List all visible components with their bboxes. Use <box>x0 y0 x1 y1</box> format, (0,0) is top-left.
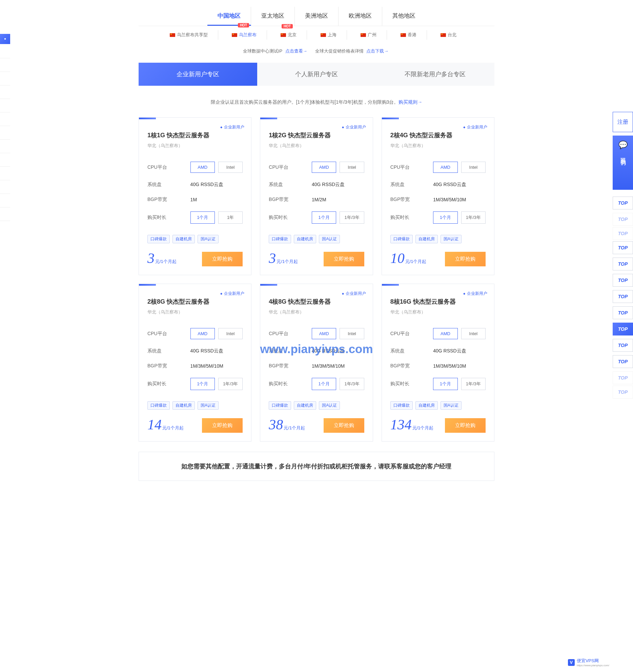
top-button[interactable]: TOP <box>613 241 633 254</box>
region-tab-other[interactable]: 其他地区 <box>382 7 426 26</box>
sidebar-item[interactable] <box>0 113 10 126</box>
sidebar-item[interactable] <box>0 194 10 207</box>
corner-tag: 企业新用户 <box>342 291 366 297</box>
price-download-link[interactable]: 点击下载→ <box>366 48 388 54</box>
cpu-option-intel[interactable]: Intel <box>218 328 243 339</box>
cpu-option-intel[interactable]: Intel <box>340 162 364 173</box>
cpu-option-intel[interactable]: Intel <box>218 162 243 173</box>
test-ip-link[interactable]: 点击查看→ <box>285 48 307 54</box>
purchase-rules-link[interactable]: 购买规则→ <box>399 99 422 105</box>
corner-tag: 企业新用户 <box>220 124 244 130</box>
contact-us-button[interactable]: 💬 联系我们 <box>613 136 633 190</box>
duration-option-2[interactable]: 1年/3年 <box>461 378 486 390</box>
top-button[interactable]: TOP <box>613 386 633 399</box>
price: 3元/1个月起 <box>269 250 298 266</box>
product-card: 企业新用户 1核2G 快杰型云服务器 华北（乌兰察布） CPU平台 AMD In… <box>260 117 373 275</box>
sidebar-item[interactable] <box>0 99 10 113</box>
corner-ribbon <box>260 284 277 286</box>
cpu-option-intel[interactable]: Intel <box>461 328 486 339</box>
zone-tab-enterprise[interactable]: 企业新用户专区 <box>139 63 257 86</box>
location-taipei[interactable]: 台北 <box>437 30 467 40</box>
location-wulanchabu[interactable]: 乌兰察布 <box>228 30 267 40</box>
top-button[interactable]: TOP <box>613 213 633 226</box>
spec-value-disk: 40G RSSD云盘 <box>190 348 243 354</box>
sidebar-item[interactable] <box>0 167 10 180</box>
sidebar-indicator[interactable] <box>0 34 10 44</box>
duration-option-1[interactable]: 1个月 <box>433 378 457 390</box>
duration-option-1[interactable]: 1个月 <box>312 211 336 224</box>
duration-option-1[interactable]: 1个月 <box>190 211 215 224</box>
sidebar-item[interactable] <box>0 207 10 221</box>
buy-button[interactable]: 立即抢购 <box>324 252 364 266</box>
duration-option-1[interactable]: 1个月 <box>433 211 457 224</box>
top-button[interactable]: TOP <box>613 339 633 352</box>
location-shanghai[interactable]: 上海 <box>317 30 347 40</box>
location-beijing[interactable]: 北京 <box>277 30 307 40</box>
product-card: 企业新用户 2核4G 快杰型云服务器 华北（乌兰察布） CPU平台 AMD In… <box>382 117 494 275</box>
sidebar-item[interactable] <box>0 153 10 167</box>
top-button[interactable]: TOP <box>613 227 633 240</box>
top-button[interactable]: TOP <box>613 258 633 270</box>
location-guangzhou[interactable]: 广州 <box>357 30 387 40</box>
cpu-option-amd[interactable]: AMD <box>190 328 215 339</box>
top-button-active[interactable]: TOP <box>613 323 633 335</box>
sidebar-item[interactable] <box>0 45 10 58</box>
cpu-option-amd[interactable]: AMD <box>433 328 457 339</box>
region-tab-apac[interactable]: 亚太地区HOT <box>251 7 295 26</box>
spec-label-bandwidth: BGP带宽 <box>147 197 167 203</box>
spec-label-duration: 购买时长 <box>147 381 166 387</box>
duration-option-1[interactable]: 1个月 <box>190 378 215 390</box>
buy-button[interactable]: 立即抢购 <box>324 418 364 433</box>
hot-badge: HOT <box>282 24 293 28</box>
spec-label-disk: 系统盘 <box>390 348 405 354</box>
zone-tab-personal[interactable]: 个人新用户专区 <box>257 63 376 86</box>
feature-tag: 口碑爆款 <box>269 401 291 410</box>
top-button[interactable]: TOP <box>613 197 633 209</box>
sidebar-item[interactable] <box>0 180 10 194</box>
location-hongkong[interactable]: 香港 <box>397 30 427 40</box>
feature-tag: 自建机房 <box>172 401 195 410</box>
zone-tab-multi[interactable]: 不限新老用户多台专区 <box>376 63 494 86</box>
product-title: 8核16G 快杰型云服务器 <box>390 298 486 306</box>
flag-icon <box>361 33 366 37</box>
duration-option-2[interactable]: 1年/3年 <box>340 211 364 224</box>
region-tab-america[interactable]: 美洲地区 <box>295 7 339 26</box>
spec-label-bandwidth: BGP带宽 <box>390 197 410 203</box>
buy-button[interactable]: 立即抢购 <box>445 418 486 433</box>
sidebar-item[interactable] <box>0 58 10 72</box>
region-tab-china[interactable]: 中国地区HOT <box>207 7 251 26</box>
info-links: 全球数据中心测试IP 点击查看→ 全球大促促销价格表详情 点击下载→ <box>139 48 494 54</box>
top-button[interactable]: TOP <box>613 371 633 384</box>
duration-option-2[interactable]: 1年/3年 <box>340 378 364 390</box>
sidebar-item[interactable] <box>0 72 10 85</box>
top-button[interactable]: TOP <box>613 290 633 303</box>
cpu-option-intel[interactable]: Intel <box>340 328 364 339</box>
cpu-option-amd[interactable]: AMD <box>433 162 457 173</box>
feature-tag: 国A认证 <box>441 235 462 243</box>
product-region: 华北（乌兰察布） <box>269 143 364 149</box>
cpu-option-amd[interactable]: AMD <box>312 328 336 339</box>
cpu-option-amd[interactable]: AMD <box>190 162 215 173</box>
sidebar-item[interactable] <box>0 85 10 99</box>
duration-option-2[interactable]: 1年/3年 <box>461 211 486 224</box>
duration-option-1[interactable]: 1个月 <box>312 378 336 390</box>
top-button[interactable]: TOP <box>613 274 633 287</box>
purchase-notice: 限企业认证且首次购买云服务器的用户。[1个月]体验机型与[1年/3年]机型，分别… <box>139 99 494 105</box>
buy-button[interactable]: 立即抢购 <box>202 418 243 433</box>
register-button[interactable]: 注册 <box>613 112 633 132</box>
buy-button[interactable]: 立即抢购 <box>445 252 486 266</box>
duration-option-2[interactable]: 1年 <box>218 211 243 224</box>
cpu-option-intel[interactable]: Intel <box>461 162 486 173</box>
corner-ribbon <box>260 118 277 119</box>
top-button[interactable]: TOP <box>613 355 633 368</box>
sidebar-item[interactable] <box>0 126 10 140</box>
duration-option-2[interactable]: 1年/3年 <box>218 378 243 390</box>
region-tab-europe[interactable]: 欧洲地区 <box>339 7 382 26</box>
top-button[interactable]: TOP <box>613 306 633 319</box>
sidebar-item[interactable] <box>0 140 10 153</box>
product-card: 企业新用户 4核8G 快杰型云服务器 华北（乌兰察布） CPU平台 AMD In… <box>260 284 373 442</box>
contact-label: 联系我们 <box>619 153 627 157</box>
buy-button[interactable]: 立即抢购 <box>202 252 243 266</box>
location-wulanchabu-shared[interactable]: 乌兰察布共享型 <box>166 30 218 40</box>
cpu-option-amd[interactable]: AMD <box>312 162 336 173</box>
